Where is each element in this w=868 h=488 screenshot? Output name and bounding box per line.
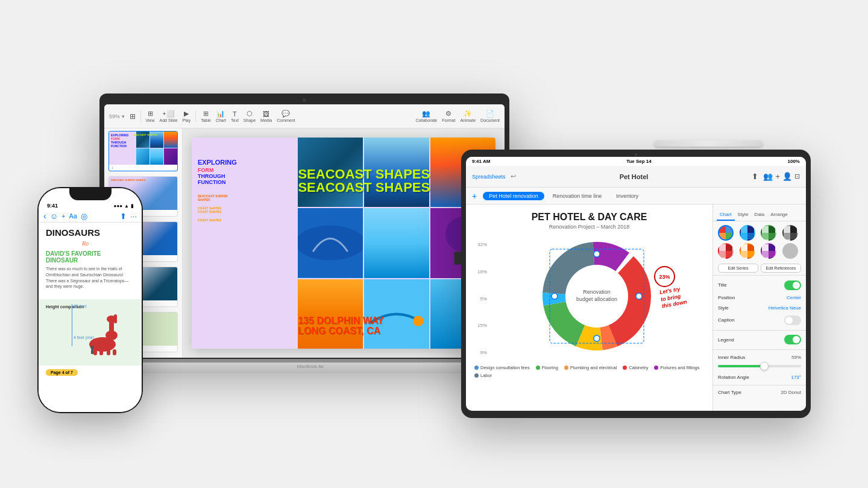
numbers-sheet-tabs: + Pet Hotel renovation Renovation time l…: [466, 188, 806, 204]
keynote-app: 59% ▾ ⊞ ⊞ View +⬜ Add Slide ▶: [104, 104, 505, 358]
spreadsheets-button[interactable]: Spreadsheets: [472, 174, 506, 180]
table-button[interactable]: ⊞ Table: [201, 110, 211, 122]
undo-icon[interactable]: ↩: [511, 173, 516, 180]
swatch-2[interactable]: [740, 225, 755, 241]
panel-tab-arrange[interactable]: Arrange: [767, 209, 790, 221]
keynote-toolbar: 59% ▾ ⊞ ⊞ View +⬜ Add Slide ▶: [104, 104, 505, 128]
svg-rect-10: [91, 349, 93, 354]
format-button[interactable]: Aa: [69, 212, 77, 220]
tab-pet-hotel-renovation[interactable]: Pet Hotel renovation: [483, 192, 544, 200]
y-label-9: 9%: [477, 350, 487, 355]
swatch-8[interactable]: [782, 243, 798, 259]
legend-cabinetry: Cabinetry: [623, 365, 648, 370]
svg-rect-4: [114, 314, 117, 323]
collaborate-button[interactable]: 👥 Collaborate: [415, 110, 437, 122]
swatch-6[interactable]: [740, 243, 755, 259]
play-button[interactable]: ▶ Play: [183, 110, 191, 122]
legend-dot-3: [564, 366, 568, 370]
chart-type-value[interactable]: 2D Donut: [781, 390, 801, 395]
legend-dot-6: [474, 373, 479, 378]
note-subtitle: DAVID'S FAVORITE DINOSAUR: [46, 250, 134, 264]
wifi-icon: ▲: [124, 203, 129, 209]
panel-tab-data[interactable]: Data: [751, 209, 767, 221]
animate-button[interactable]: ✨ Animate: [460, 110, 476, 122]
chart-legend: Design consultation fees Flooring Plumbi…: [474, 365, 704, 378]
view-button[interactable]: ⊞ View: [146, 110, 155, 122]
address-overlay: 135 DOLPHIN WAY LONG COAST, CA: [298, 315, 384, 337]
panel-row-caption: Caption: [713, 313, 806, 328]
zoom-control[interactable]: 59% ▾: [109, 113, 125, 119]
ipad-battery: 100%: [788, 159, 800, 164]
chart-subtitle: Renovation Project – March 2018: [474, 224, 704, 230]
y-label-32: 32%: [477, 242, 487, 247]
slider-thumb[interactable]: [760, 362, 769, 370]
keynote-main-area[interactable]: EXPLORING FORM THROUGH FUNCTION SEACOAST…: [183, 128, 505, 358]
dino-illustration: Height comparison 85 feet 4 feet (me): [39, 299, 142, 366]
legend-plumbing: Plumbing and electrical: [564, 365, 617, 370]
swatch-5[interactable]: [718, 243, 734, 259]
media-button[interactable]: 🖼 Media: [260, 110, 272, 122]
chart-annotation: Let's tryto bringthis down: [659, 285, 687, 311]
note-body: There was so much to see in the Halls of…: [46, 266, 134, 290]
inner-radius-slider[interactable]: [718, 365, 801, 367]
ipad-time: 9:41 AM: [472, 159, 490, 164]
note-title: DINOSAURS: [46, 227, 134, 238]
panel-divider-3: [713, 349, 806, 350]
tab-inventory[interactable]: Inventory: [610, 192, 644, 200]
svg-rect-17: [454, 252, 462, 265]
add-slide-button[interactable]: +⬜ Add Slide: [160, 110, 178, 122]
view-icon[interactable]: ⊞: [130, 112, 136, 121]
color-swatches-section: [713, 225, 806, 259]
comment-button[interactable]: 💬 Comment: [277, 110, 295, 122]
panel-row-inner-radius: Inner Radius 59%: [713, 352, 806, 363]
circle-button[interactable]: ◎: [81, 212, 87, 221]
slide-thumb-1[interactable]: EXPLORING FORM THROUGH FUNCTION: [108, 131, 178, 171]
legend-dot-5: [654, 366, 658, 370]
panel-tab-chart[interactable]: Chart: [717, 209, 735, 221]
y-label-5: 5%: [477, 296, 487, 302]
text-button[interactable]: T Text: [231, 110, 239, 122]
plus-toolbar-icon[interactable]: +: [775, 172, 780, 181]
iphone-notch: [69, 187, 112, 200]
edit-references-button[interactable]: Edit References: [761, 264, 801, 273]
legend-label-1: Design consultation fees: [480, 365, 530, 370]
style-value[interactable]: Helvetica Neue: [769, 305, 801, 311]
chart-button[interactable]: 📊 Chart: [216, 110, 226, 122]
caption-toggle[interactable]: [784, 315, 801, 325]
add-sheet-button[interactable]: +: [472, 191, 477, 201]
more-button[interactable]: ···: [130, 212, 137, 221]
more-toolbar-icon[interactable]: ⊡: [794, 173, 800, 180]
slide-exploring-section: EXPLORING FORM THROUGH FUNCTION SEACOAST…: [192, 138, 298, 349]
numbers-chart-area: PET HOTEL & DAY CARE Renovation Project …: [466, 204, 712, 411]
legend-dot-2: [536, 366, 540, 370]
swatch-7[interactable]: [761, 243, 776, 259]
svg-point-31: [594, 335, 600, 341]
battery-icon: ▮: [131, 203, 133, 209]
rotation-label: Rotation Angle: [718, 375, 749, 380]
add-button[interactable]: +: [61, 212, 65, 220]
back-button[interactable]: ‹: [43, 211, 46, 221]
share-icon[interactable]: ⬆: [752, 172, 758, 181]
emoji-button[interactable]: ☺: [50, 212, 58, 221]
tab-renovation-time-line[interactable]: Renovation time line: [547, 192, 608, 200]
legend-labor: Labor: [474, 373, 492, 378]
document-button[interactable]: 📄 Document: [480, 110, 500, 122]
swatch-3[interactable]: [761, 225, 776, 241]
swatch-4[interactable]: [782, 225, 798, 241]
numbers-right-panel: Chart Style Data Arrange: [712, 204, 806, 411]
format-button[interactable]: ⚙ Format: [442, 110, 455, 122]
shape-button[interactable]: ⬡ Shape: [244, 110, 256, 122]
swatch-1[interactable]: [718, 225, 734, 241]
legend-toggle[interactable]: [784, 335, 801, 344]
title-toggle[interactable]: [784, 280, 801, 290]
panel-tab-style[interactable]: Style: [735, 209, 752, 221]
iphone-screen: 9:41 ●●● ▲ ▮ ‹ ☺ + Aa ◎ ⬆: [39, 188, 142, 412]
note-annotation: Ro: [82, 240, 134, 247]
rotation-value[interactable]: 173°: [791, 375, 801, 380]
person-icon[interactable]: 👤: [782, 172, 792, 181]
edit-series-button[interactable]: Edit Series: [718, 264, 758, 273]
collaborate-icon[interactable]: 👥: [763, 172, 773, 181]
share-button[interactable]: ⬆: [120, 212, 127, 221]
position-value[interactable]: Center: [787, 295, 801, 300]
keynote-active-slide: EXPLORING FORM THROUGH FUNCTION SEACOAST…: [192, 138, 495, 349]
